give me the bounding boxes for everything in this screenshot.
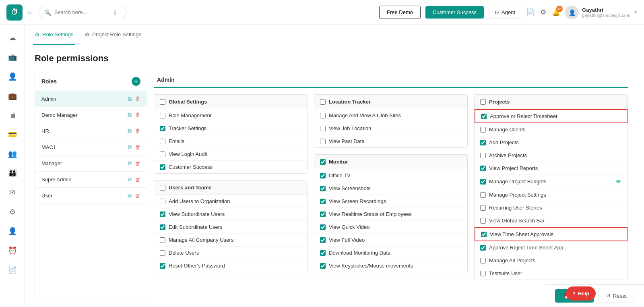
perm-item-manage-all-company: Manage All Company Users (154, 234, 307, 247)
role-item-hr[interactable]: HR ⧉ 🗑 (35, 123, 147, 139)
delete-icon-manager[interactable]: 🗑 (135, 160, 140, 167)
copy-icon-manager[interactable]: ⧉ (128, 160, 132, 167)
role-item-manager[interactable]: Manager ⧉ 🗑 (35, 156, 147, 172)
sidebar-icon-dashboard[interactable]: ☁ (4, 30, 21, 46)
copy-icon-user[interactable]: ⧉ (128, 192, 132, 199)
perm-cb-reset-password[interactable] (160, 263, 165, 269)
delete-icon-super-admin[interactable]: 🗑 (135, 176, 140, 183)
perm-cb-view-past-data[interactable] (320, 139, 326, 144)
perm-cb-view-quick-video[interactable] (320, 224, 326, 230)
sidebar-icon-projects[interactable]: 💼 (4, 88, 21, 104)
tab-role-settings[interactable]: ⚙ Role Settings (33, 25, 75, 45)
perm-cb-approve-reject-timesheet[interactable] (481, 114, 487, 119)
perm-cb-customer-success[interactable] (160, 164, 165, 170)
role-item-super-admin[interactable]: Super Admin ⧉ 🗑 (35, 172, 147, 188)
user-info[interactable]: 👤 Gayathri gayathri@snovasys.com ▼ (565, 6, 638, 19)
delete-icon-hr[interactable]: 🗑 (135, 128, 140, 135)
app-logo: ⏱ (6, 4, 23, 21)
perm-cb-delete-users[interactable] (160, 250, 165, 256)
perm-label-tracker-settings: Tracker Settings (169, 125, 206, 131)
perm-cb-view-job-location[interactable] (320, 126, 326, 131)
sidebar-icon-settings[interactable]: ⚙ (4, 204, 21, 220)
help-button[interactable]: ? Help (566, 286, 596, 301)
role-item-mac1[interactable]: MAC1 ⧉ 🗑 (35, 139, 147, 156)
sidebar-icon-profile[interactable]: 👤 (4, 223, 21, 239)
perm-cb-view-login-audit[interactable] (160, 151, 165, 157)
perm-cb-view-project-reports[interactable] (480, 166, 486, 171)
sidebar-icon-mail[interactable]: ✉ (4, 185, 21, 201)
users-teams-main-checkbox[interactable] (160, 185, 165, 191)
add-role-button[interactable]: + (132, 77, 140, 86)
perm-cb-view-global-search-bar[interactable] (480, 218, 486, 224)
perm-label-view-keystrokes: View Keystrokes/Mouse movements (329, 263, 413, 269)
projects-main-checkbox[interactable] (480, 99, 486, 105)
perm-cb-manage-project-settings[interactable] (480, 192, 486, 198)
sidebar-icon-user[interactable]: 👤 (4, 68, 21, 85)
tab-project-role-settings[interactable]: ⚙ Project Role Settings (83, 25, 142, 45)
monitor-main-checkbox[interactable] (320, 159, 326, 165)
copy-icon-admin[interactable]: ⧉ (128, 95, 132, 102)
delete-icon-demo-manager[interactable]: 🗑 (135, 112, 140, 118)
copy-icon-super-admin[interactable]: ⧉ (128, 176, 132, 183)
document-icon[interactable]: 📄 (526, 8, 535, 17)
role-item-user[interactable]: User ⧉ 🗑 (35, 188, 147, 204)
perm-cb-view-screenshots[interactable] (320, 186, 326, 191)
perm-label-view-subordinate-users: View Subordinate Users (169, 211, 225, 217)
delete-icon-mac1[interactable]: 🗑 (135, 144, 140, 151)
eye-icon[interactable]: 👁 (616, 178, 622, 185)
customer-success-button[interactable]: Customer Success (425, 6, 484, 19)
perm-cb-manage-project-budgets[interactable] (480, 179, 486, 185)
search-icon: 🔍 (44, 9, 51, 16)
perm-cb-view-keystrokes[interactable] (320, 263, 326, 269)
perm-cb-add-projects[interactable] (480, 140, 486, 145)
perm-cb-edit-subordinate-users[interactable] (160, 224, 165, 230)
sidebar-icon-time[interactable]: ⏰ (4, 243, 21, 259)
perm-cb-add-users[interactable] (160, 199, 165, 204)
role-item-admin[interactable]: Admin ⧉ 🗑 (35, 91, 147, 107)
delete-icon-user[interactable]: 🗑 (135, 192, 140, 199)
perm-cb-testsuite-user[interactable] (480, 271, 486, 276)
perm-cb-approve-reject-time-sheet-app[interactable] (480, 245, 486, 251)
copy-icon-hr[interactable]: ⧉ (128, 128, 132, 135)
perm-cb-recurring-user-stories[interactable] (480, 205, 486, 211)
sidebar-icon-teams[interactable]: 👥 (4, 146, 21, 162)
page-title: Role permissions (35, 53, 634, 64)
notification-icon[interactable]: 🔔 18 (552, 8, 560, 17)
perm-cb-manage-all-projects[interactable] (480, 258, 486, 263)
copy-icon-demo-manager[interactable]: ⧉ (128, 112, 132, 118)
free-demo-button[interactable]: Free Demo (379, 6, 421, 19)
sidebar-icon-people[interactable]: 👨‍👩‍👧 (4, 165, 21, 181)
search-input[interactable] (54, 9, 111, 15)
sidebar-icon-tv[interactable]: 📺 (4, 49, 21, 65)
perm-cb-office-tv[interactable] (320, 173, 326, 178)
role-actions-hr: ⧉ 🗑 (128, 128, 140, 135)
delete-icon-admin[interactable]: 🗑 (135, 95, 140, 102)
perm-cb-view-subordinate-users[interactable] (160, 212, 165, 217)
perm-item-view-realtime-status: View Realtime Status of Employees (314, 208, 467, 221)
location-tracker-main-checkbox[interactable] (320, 99, 326, 105)
perm-cb-role-management[interactable] (160, 113, 165, 118)
perm-cb-download-monitoring[interactable] (320, 250, 326, 256)
perm-cb-view-time-sheet-approvals[interactable] (481, 232, 487, 237)
settings-icon[interactable]: ⚙ (540, 8, 546, 17)
reset-button[interactable]: ↺ Reset (599, 289, 634, 303)
info-icon[interactable]: ℹ (114, 9, 116, 16)
perm-item-approve-reject-timesheet: Approve or Reject Timesheet (475, 109, 627, 123)
perm-cb-view-realtime-status[interactable] (320, 212, 326, 217)
perm-cb-manage-all-company[interactable] (160, 237, 165, 243)
perm-cb-manage-job-sites[interactable] (320, 113, 326, 118)
perm-cb-tracker-settings[interactable] (160, 126, 165, 131)
perm-cb-view-full-video[interactable] (320, 237, 326, 243)
sidebar-icon-monitor[interactable]: 🖥 (4, 107, 21, 123)
role-item-demo-manager[interactable]: Demo Manager ⧉ 🗑 (35, 107, 147, 123)
global-settings-main-checkbox[interactable] (160, 99, 165, 105)
copy-icon-mac1[interactable]: ⧉ (128, 144, 132, 151)
perm-cb-emails[interactable] (160, 139, 165, 144)
sidebar-icon-docs[interactable]: 📄 (4, 262, 21, 278)
sidebar-icon-payments[interactable]: 💳 (4, 127, 21, 143)
perm-cb-view-screen-recordings[interactable] (320, 199, 326, 204)
tab-role-settings-label: Role Settings (42, 31, 73, 37)
agent-button[interactable]: ⊙ Agent (489, 6, 521, 19)
perm-cb-manage-clients[interactable] (480, 127, 486, 133)
perm-cb-archive-projects[interactable] (480, 153, 486, 158)
